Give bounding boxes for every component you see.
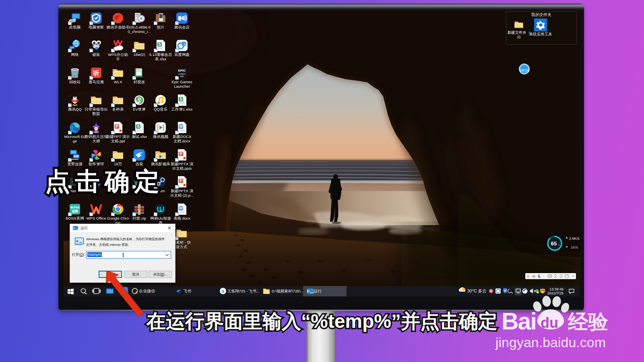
svg-text:点击确定: 点击确定 (45, 167, 164, 195)
svg-text:S: S (527, 274, 529, 279)
svg-text:运行: 运行 (314, 289, 322, 293)
svg-text:x: x (558, 243, 560, 247)
svg-text:在运行界面里输入“%temp%”并点击确定: 在运行界面里输入“%temp%”并点击确定 (146, 311, 497, 332)
svg-text:65: 65 (551, 241, 557, 247)
svg-text:jingyan.baidu.com: jingyan.baidu.com (495, 335, 606, 350)
svg-text:30°C 多云: 30°C 多云 (467, 288, 486, 293)
svg-text:D:\视频素材\725\...: D:\视频素材\725\... (272, 289, 303, 293)
svg-text:du: du (541, 315, 558, 331)
svg-text:经验: 经验 (568, 311, 609, 333)
svg-text:飞书: 飞书 (183, 289, 191, 293)
svg-text:Bai: Bai (502, 308, 536, 335)
svg-text:”,: ”, (543, 275, 545, 278)
svg-text:2.8K/s: 2.8K/s (569, 237, 580, 241)
svg-text:王炼翔725 - 飞书...: 王炼翔725 - 飞书... (227, 289, 260, 293)
svg-text:中: 中 (532, 275, 536, 279)
svg-text:13:39:46: 13:39:46 (549, 287, 564, 291)
svg-text:S: S (222, 289, 224, 294)
svg-text:1K/s: 1K/s (571, 245, 578, 249)
